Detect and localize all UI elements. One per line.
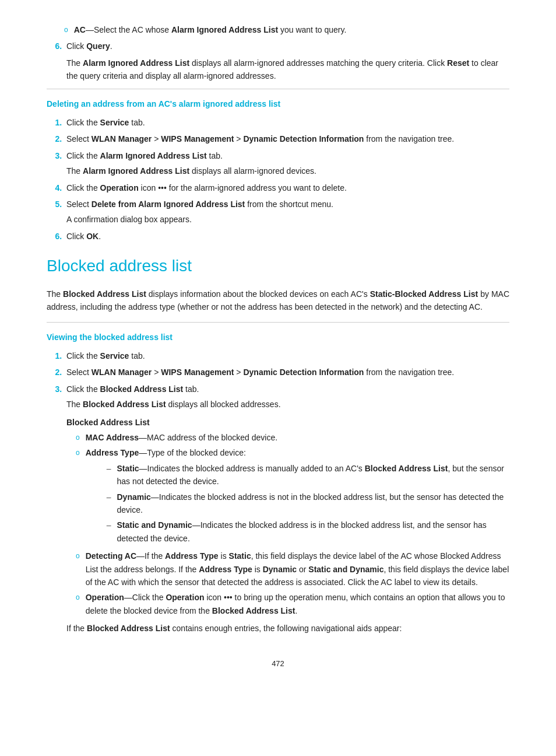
static-item: Static—Indicates the blocked address is … <box>107 462 509 488</box>
blocked-address-list-heading: Blocked address list <box>47 253 509 279</box>
dynamic-text: Dynamic—Indicates the blocked address is… <box>117 491 509 517</box>
del-step-5: Select Delete from Alarm Ignored Address… <box>64 198 509 226</box>
viewing-steps-list: Click the Service tab. Select WLAN Manag… <box>64 349 509 635</box>
operation-text: Operation—Click the Operation icon ••• t… <box>86 591 509 617</box>
del-step-4: Click the Operation icon ••• for the ala… <box>64 181 509 194</box>
detecting-ac-text: Detecting AC—If the Address Type is Stat… <box>86 550 509 589</box>
blocked-fields-list: MAC Address—MAC address of the blocked d… <box>76 431 509 617</box>
address-type-item: Address Type—Type of the blocked device:… <box>76 446 509 547</box>
blocked-intro-para: The Blocked Address List displays inform… <box>47 288 509 314</box>
alarm-ignored-address-list-label: Alarm Ignored Address List <box>171 25 278 34</box>
operation-item: Operation—Click the Operation icon ••• t… <box>76 591 509 617</box>
del-step-3-desc: The Alarm Ignored Address List displays … <box>66 164 509 177</box>
del-step-6: Click OK. <box>64 230 509 243</box>
del-step-1: Click the Service tab. <box>64 116 509 129</box>
del-step-5-desc: A confirmation dialog box appears. <box>66 213 509 226</box>
ac-label: AC <box>74 25 86 34</box>
detecting-ac-item: Detecting AC—If the Address Type is Stat… <box>76 550 509 589</box>
ac-list-item: AC—Select the AC whose Alarm Ignored Add… <box>64 23 509 36</box>
page-number: 472 <box>47 658 509 670</box>
viewing-section-heading: Viewing the blocked address list <box>47 331 509 344</box>
address-type-sub-list: Static—Indicates the blocked address is … <box>107 462 509 545</box>
deleting-section-heading: Deleting an address from an AC's alarm i… <box>47 97 509 110</box>
del-step-3: Click the Alarm Ignored Address List tab… <box>64 149 509 178</box>
footer-para: If the Blocked Address List contains eno… <box>66 622 509 635</box>
static-dynamic-text: Static and Dynamic—Indicates the blocked… <box>117 519 509 545</box>
address-type-text: Address Type—Type of the blocked device:… <box>86 446 509 547</box>
blocked-address-list-sublabel: Blocked Address List <box>66 416 509 429</box>
view-step-2: Select WLAN Manager > WIPS Management > … <box>64 366 509 379</box>
section-divider-2 <box>47 322 509 323</box>
del-step-2: Select WLAN Manager > WIPS Management > … <box>64 132 509 145</box>
view-step-3: Click the Blocked Address List tab. The … <box>64 383 509 635</box>
step6-desc: The Alarm Ignored Address List displays … <box>66 57 509 83</box>
ac-list-item-text: AC—Select the AC whose Alarm Ignored Add… <box>74 23 347 36</box>
mac-address-text: MAC Address—MAC address of the blocked d… <box>86 431 277 444</box>
static-text: Static—Indicates the blocked address is … <box>117 462 509 488</box>
section-divider <box>47 89 509 89</box>
query-label: Query <box>86 41 110 51</box>
ac-bullet-list: AC—Select the AC whose Alarm Ignored Add… <box>64 23 509 36</box>
dynamic-item: Dynamic—Indicates the blocked address is… <box>107 491 509 517</box>
view-step-3-desc: The Blocked Address List displays all bl… <box>66 398 509 411</box>
static-dynamic-item: Static and Dynamic—Indicates the blocked… <box>107 519 509 545</box>
step6-item: Click Query. The Alarm Ignored Address L… <box>64 40 509 82</box>
step6-list: Click Query. The Alarm Ignored Address L… <box>64 40 509 82</box>
deleting-steps-list: Click the Service tab. Select WLAN Manag… <box>64 116 509 243</box>
view-step-1: Click the Service tab. <box>64 349 509 362</box>
mac-address-item: MAC Address—MAC address of the blocked d… <box>76 431 509 444</box>
